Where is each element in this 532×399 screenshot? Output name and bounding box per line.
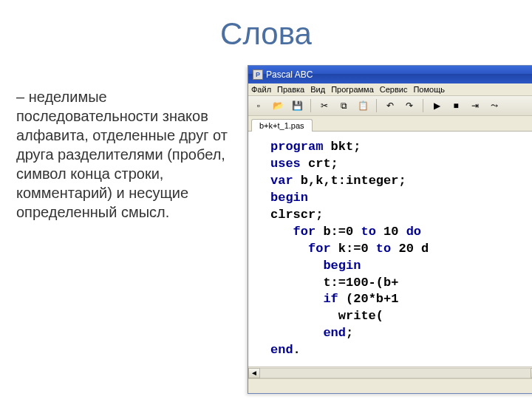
- toolbar: ▫📂💾✂⧉📋↶↷▶■⇥⤳: [248, 96, 532, 116]
- toolbar-separator: [376, 99, 377, 112]
- undo-icon[interactable]: ↶: [383, 98, 398, 113]
- save-icon[interactable]: 💾: [290, 98, 304, 113]
- copy-icon[interactable]: ⧉: [336, 98, 351, 113]
- paste-icon[interactable]: 📋: [355, 98, 370, 113]
- statusbar: [248, 378, 532, 393]
- new-icon[interactable]: ▫: [251, 98, 266, 113]
- file-tab[interactable]: b+k+t_1.pas: [251, 119, 313, 132]
- app-icon: P: [253, 69, 263, 80]
- titlebar[interactable]: P Pascal ABC: [248, 66, 532, 83]
- menubar: ФайлПравкаВидПрограммаСервисПомощь: [248, 83, 532, 96]
- window-title: Pascal ABC: [266, 69, 313, 80]
- cut-icon[interactable]: ✂: [317, 98, 332, 113]
- app-window: P Pascal ABC ФайлПравкаВидПрограммаСерви…: [248, 65, 532, 394]
- menu-item-3[interactable]: Программа: [331, 85, 374, 94]
- scroll-left-icon[interactable]: ◄: [248, 368, 260, 378]
- toolbar-separator: [423, 99, 423, 112]
- code-editor[interactable]: program bkt; uses crt; var b,k,t:integer…: [248, 132, 532, 366]
- trace-icon[interactable]: ⤳: [487, 98, 502, 113]
- scroll-track[interactable]: [260, 368, 531, 378]
- slide-title: Слова: [0, 16, 532, 52]
- run-icon[interactable]: ▶: [429, 98, 444, 113]
- tabbar: b+k+t_1.pas: [248, 116, 532, 132]
- redo-icon[interactable]: ↷: [402, 98, 417, 113]
- menu-item-2[interactable]: Вид: [310, 85, 325, 94]
- slide-body: – неделимые последовательности знаков ал…: [16, 87, 253, 222]
- menu-item-0[interactable]: Файл: [251, 85, 271, 94]
- menu-item-1[interactable]: Правка: [277, 85, 304, 94]
- horizontal-scrollbar[interactable]: ◄ ►: [248, 366, 532, 378]
- stop-icon[interactable]: ■: [449, 98, 463, 113]
- open-icon[interactable]: 📂: [270, 98, 285, 113]
- menu-item-4[interactable]: Сервис: [380, 85, 408, 94]
- step-icon[interactable]: ⇥: [468, 98, 482, 113]
- menu-item-5[interactable]: Помощь: [413, 85, 445, 94]
- toolbar-separator: [310, 99, 311, 112]
